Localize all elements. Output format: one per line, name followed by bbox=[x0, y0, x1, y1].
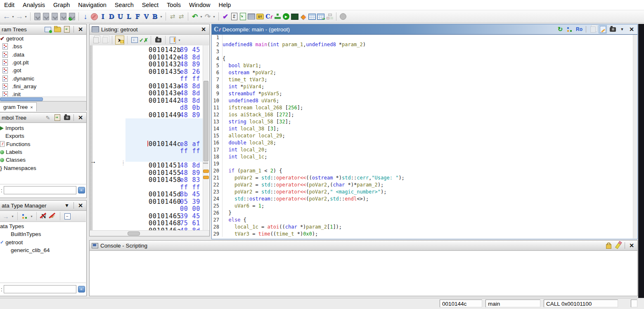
data-type-dropdown-icon[interactable]: ▾ bbox=[159, 12, 163, 21]
decompile-line[interactable]: 26 } bbox=[212, 210, 633, 217]
listing-row[interactable]: 0010142b89 45 d0 bbox=[125, 46, 203, 54]
run-script-icon[interactable]: ▶ bbox=[282, 12, 290, 21]
instruction-info-icon tletter[interactable]: I bbox=[99, 12, 107, 21]
decompile-line[interactable]: 7 time_t tVar3; bbox=[212, 77, 633, 84]
listing-row[interactable]: 0010146875 61 bbox=[125, 219, 203, 227]
copy-icon[interactable] bbox=[92, 36, 100, 44]
decompile-line[interactable]: 8 int *piVar4; bbox=[212, 84, 633, 91]
validate-icon[interactable]: ✔ bbox=[221, 12, 230, 21]
collapse-all-icon[interactable]: − bbox=[63, 212, 71, 220]
decompile-vscrollbar[interactable] bbox=[633, 35, 637, 238]
diff-view-icon[interactable]: ✓✗ bbox=[140, 36, 148, 44]
margin-fields-icon[interactable] bbox=[168, 36, 177, 44]
symbol-references-icon[interactable]: ◆ bbox=[299, 12, 308, 21]
decompile-line[interactable]: 14 int local_38 [3]; bbox=[212, 126, 633, 133]
listing-row[interactable] bbox=[125, 133, 203, 140]
listing-row[interactable]: 0010145d8b 45 d0 bbox=[125, 191, 203, 198]
listing-row[interactable]: 0010142e48 8d 45 bbox=[125, 54, 203, 61]
decompile-line[interactable]: 6 ostream *poVar2; bbox=[212, 70, 633, 77]
menu-item-navigation[interactable]: Navigation bbox=[74, 0, 111, 10]
decompile-line[interactable]: 2undefined8 main(int param_1,undefined8 … bbox=[212, 42, 633, 49]
edit-function-icon[interactable] bbox=[599, 25, 607, 33]
tab-close-icon[interactable]: × bbox=[30, 105, 33, 110]
dtm-row-generic_clib_64[interactable]: generic_clib_64 bbox=[0, 246, 86, 254]
toggle-header-icon[interactable] bbox=[130, 36, 139, 44]
decompile-line[interactable]: 18 int local_1c; bbox=[212, 154, 633, 161]
back-dropdown-icon[interactable]: ▾ bbox=[11, 12, 15, 21]
undo-dropdown-icon[interactable]: ▾ bbox=[199, 12, 203, 21]
symbol-tree-view-icon[interactable] bbox=[317, 12, 325, 21]
decompile-line[interactable]: 24 std::ostream::operator<<(poVar2,std::… bbox=[212, 196, 633, 203]
decompile-line[interactable]: 21 poVar2 = std::operator<<((ostream *)s… bbox=[212, 175, 633, 182]
close-symbol-tree-icon[interactable]: ✕ bbox=[77, 114, 84, 121]
hscroll-thumb[interactable] bbox=[0, 97, 43, 101]
symbol-tree-item-functions[interactable]: fFunctions bbox=[0, 140, 86, 148]
margin-dropdown-icon[interactable]: ▾ bbox=[178, 36, 181, 44]
tree-row[interactable]: .dynamic bbox=[0, 74, 86, 82]
symbol-tree-filter-input[interactable] bbox=[4, 186, 76, 194]
menu-item-graph[interactable]: Graph bbox=[49, 0, 74, 10]
tree-row[interactable]: .fini_array bbox=[0, 83, 86, 90]
decompile-line[interactable]: 5 bool bVar1; bbox=[212, 63, 633, 70]
listing-row[interactable] bbox=[125, 155, 203, 162]
decompile-line[interactable]: 1 bbox=[212, 35, 633, 42]
listing-row[interactable]: 0010145548 89 c7 bbox=[125, 169, 203, 177]
menu-item-window[interactable]: Window bbox=[185, 0, 215, 10]
filter-options-icon[interactable]: ≡ bbox=[78, 285, 85, 293]
close-decompile-icon[interactable]: ✕ bbox=[628, 26, 635, 33]
close-dtm-icon[interactable]: ✕ bbox=[77, 202, 84, 209]
import-export-icon[interactable] bbox=[239, 12, 247, 21]
create-tree-icon[interactable] bbox=[44, 26, 52, 33]
listing-row[interactable]: 0010143e48 8d 45 bbox=[125, 90, 203, 97]
redo-dropdown-icon[interactable]: ▾ bbox=[212, 12, 216, 21]
listing-row[interactable]: 0010143a48 8d 55 bbox=[125, 83, 203, 90]
snapshot-icon[interactable] bbox=[63, 114, 71, 121]
tree-row-root[interactable]: ✔getroot bbox=[0, 35, 86, 42]
symbol-tree-item-namespaces[interactable]: }Namespaces bbox=[0, 164, 86, 172]
tree-row[interactable]: .got.plt bbox=[0, 59, 86, 66]
tree-row[interactable]: .bss bbox=[0, 42, 86, 50]
listing-row[interactable]: 0010146005 39 30 bbox=[125, 198, 203, 205]
listing-row[interactable]: 00101435e8 26 fc bbox=[125, 68, 203, 75]
decompile-line[interactable]: 13 string local_58 [32]; bbox=[212, 119, 633, 126]
tree-row[interactable]: .got bbox=[0, 66, 86, 74]
listing-row[interactable]: 0010146a48 8d 45 bbox=[125, 227, 203, 231]
symbol-tree-item-labels[interactable]: Labels bbox=[0, 148, 86, 156]
decompile-line[interactable]: 23 poVar2 = std::operator<<(poVar2," <ma… bbox=[212, 189, 633, 196]
dtm-filter-input[interactable] bbox=[4, 285, 76, 293]
symbol-table-icon[interactable] bbox=[308, 12, 316, 21]
open-program-icon[interactable] bbox=[33, 12, 41, 21]
modify-block-icon[interactable] bbox=[63, 26, 71, 33]
decompile-line[interactable]: 17 int local_20; bbox=[212, 147, 633, 154]
undefine-icon[interactable]: U bbox=[116, 12, 124, 21]
copy-icon[interactable] bbox=[589, 26, 597, 33]
listing-vscrollbar[interactable] bbox=[203, 45, 208, 230]
insert-bytes-icon[interactable]: ↓ bbox=[81, 12, 90, 21]
decompile-line[interactable]: 29 tVar3 = time((time_t *)0x0); bbox=[212, 231, 633, 237]
undo-icon[interactable]: ↶ bbox=[191, 12, 199, 21]
paste-icon[interactable] bbox=[101, 36, 109, 44]
decompile-line[interactable]: 28 local_1c = atoi((char *)param_2[1]); bbox=[212, 224, 633, 231]
decompile-line[interactable]: 11 ifstream local_268 [256]; bbox=[212, 105, 633, 112]
symbol-tree-item-imports[interactable]: Imports bbox=[0, 124, 86, 132]
decompile-line[interactable]: 9 streambuf *psVar5; bbox=[212, 91, 633, 98]
console-output[interactable] bbox=[90, 251, 637, 295]
dtm-row-getroot[interactable]: ✓getroot bbox=[0, 238, 86, 246]
decompile-line[interactable]: 20 if (param_1 < 2) { bbox=[212, 168, 633, 175]
listing-row[interactable]: 0010144ce8 af fc bbox=[125, 140, 203, 148]
close-console-icon[interactable]: ✕ bbox=[628, 242, 635, 249]
graph-view-icon[interactable] bbox=[566, 26, 573, 33]
decompile-line[interactable]: 16 double local_28; bbox=[212, 140, 633, 147]
menu-item-edit[interactable]: Edit bbox=[0, 0, 19, 10]
merge-left-icon[interactable]: ⇄ bbox=[168, 12, 177, 21]
listing-row[interactable]: 0010145148 8d 45 bbox=[125, 162, 203, 169]
listing-view-icon[interactable] bbox=[247, 12, 256, 21]
decompiler-icon[interactable]: Cf bbox=[265, 12, 273, 21]
listing-row[interactable]: ff ff bbox=[125, 147, 203, 155]
scroll-lock-icon[interactable] bbox=[605, 242, 612, 249]
export-program-icon[interactable] bbox=[50, 12, 59, 21]
dtm-row-builtintypes[interactable]: BuiltInTypes bbox=[0, 230, 86, 238]
forward-dropdown-icon[interactable]: ▾ bbox=[24, 12, 28, 21]
merge-right-icon[interactable]: ⇄ bbox=[177, 12, 185, 21]
menu-item-search[interactable]: Search bbox=[111, 0, 138, 10]
